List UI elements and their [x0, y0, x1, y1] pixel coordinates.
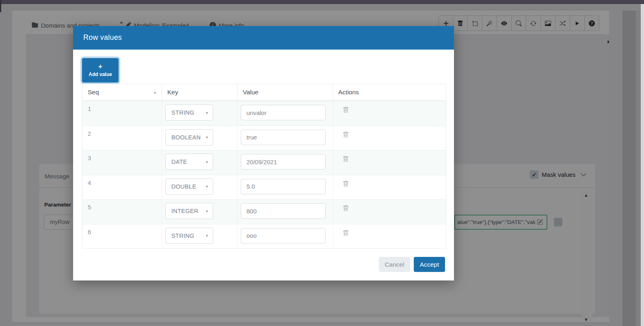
type-dropdown[interactable]: BOOLEAN▾: [165, 129, 213, 146]
column-header-actions: Actions: [333, 84, 446, 100]
trash-icon: [343, 132, 349, 138]
trash-icon: [343, 107, 349, 113]
window-topbar: [0, 0, 644, 4]
column-header-seq[interactable]: Seq ▲: [82, 84, 162, 100]
delete-row-button[interactable]: [343, 156, 349, 162]
column-header-key[interactable]: Key: [162, 84, 238, 100]
accept-button[interactable]: Accept: [414, 257, 445, 272]
table-row: 2 BOOLEAN▾: [82, 126, 446, 150]
add-value-label: Add value: [89, 72, 112, 77]
trash-icon: [343, 181, 349, 187]
row-values-dialog: Row values + Add value Seq ▲ Key Value A…: [73, 26, 454, 280]
table-row: 4 DOUBLE▾: [82, 175, 446, 200]
table-row: 5 INTEGER▾: [82, 199, 446, 224]
topbar-notch: [0, 0, 1, 12]
delete-row-button[interactable]: [343, 230, 349, 236]
trash-icon: [343, 230, 349, 236]
delete-row-button[interactable]: [343, 107, 349, 113]
value-input[interactable]: [241, 154, 326, 170]
seq-cell: 4: [82, 175, 162, 200]
type-dropdown[interactable]: DOUBLE▾: [165, 178, 213, 195]
dialog-header: Row values: [73, 26, 454, 50]
caret-down-icon: ▾: [206, 233, 208, 238]
delete-row-button[interactable]: [343, 205, 349, 211]
caret-down-icon: ▾: [206, 160, 208, 164]
cancel-button[interactable]: Cancel: [379, 257, 410, 272]
seq-cell: 1: [82, 101, 162, 126]
table-header-row: Seq ▲ Key Value Actions: [82, 84, 446, 101]
caret-down-icon: ▾: [206, 209, 208, 213]
type-dropdown[interactable]: INTEGER▾: [165, 203, 213, 219]
trash-icon: [343, 156, 349, 162]
caret-down-icon: ▾: [206, 184, 208, 189]
browser-scrollbar[interactable]: [641, 4, 644, 326]
table-row: 6 STRING▾: [82, 224, 446, 249]
dialog-title: Row values: [83, 33, 122, 42]
table-row: 1 STRING▾: [82, 101, 446, 126]
seq-cell: 2: [82, 126, 162, 150]
type-dropdown[interactable]: STRING▾: [165, 104, 213, 121]
seq-cell: 6: [82, 224, 162, 249]
value-input[interactable]: [241, 228, 326, 243]
value-input[interactable]: [241, 179, 326, 194]
plus-icon: +: [98, 64, 102, 70]
value-input[interactable]: [241, 130, 326, 145]
table-row: 3 DATE▾: [82, 150, 446, 175]
page: Domains and projects * Modeling: Example…: [0, 0, 644, 326]
add-value-button[interactable]: + Add value: [82, 58, 119, 83]
caret-down-icon: ▾: [206, 135, 208, 139]
value-input[interactable]: [241, 105, 326, 120]
delete-row-button[interactable]: [343, 132, 349, 138]
trash-icon: [343, 205, 349, 211]
caret-down-icon: ▾: [206, 111, 208, 115]
dialog-footer: Cancel Accept: [379, 257, 445, 272]
type-dropdown[interactable]: STRING▾: [165, 228, 213, 244]
row-values-table: Seq ▲ Key Value Actions 1 STRING▾ 2 BOOL…: [82, 84, 446, 249]
seq-cell: 5: [82, 200, 162, 224]
sort-asc-icon: ▲: [153, 90, 157, 94]
value-input[interactable]: [241, 203, 326, 219]
delete-row-button[interactable]: [343, 181, 349, 187]
seq-cell: 3: [82, 150, 162, 175]
column-header-value[interactable]: Value: [238, 84, 333, 100]
type-dropdown[interactable]: DATE▾: [165, 154, 213, 170]
